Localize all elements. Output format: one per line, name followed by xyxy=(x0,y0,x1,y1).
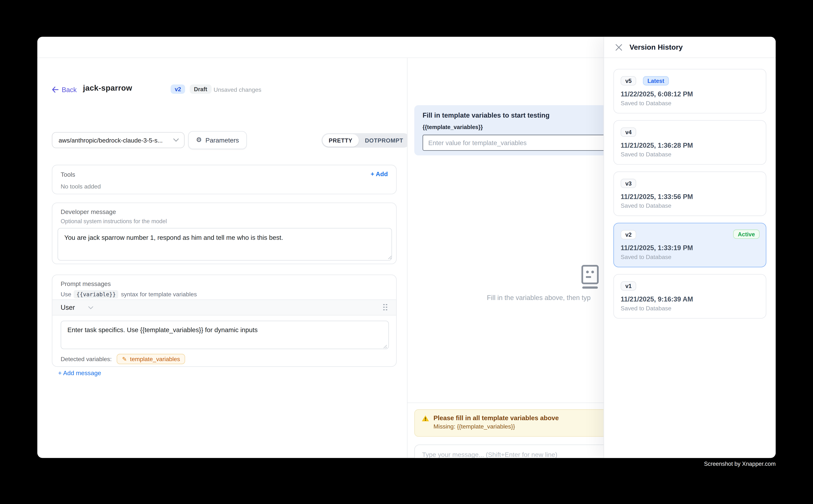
prompt-message-textarea[interactable]: Enter task specifics. Use {{template_var… xyxy=(61,321,389,349)
tools-empty-text: No tools added xyxy=(61,183,388,190)
version-status: Saved to Database xyxy=(621,305,759,311)
empty-state-text: Fill in the variables above, then typ xyxy=(487,294,591,301)
model-selector[interactable]: aws/anthropic/bedrock-claude-3-5-s... xyxy=(52,132,184,148)
version-card-v2-active[interactable]: v2 Active 11/21/2025, 1:33:19 PM Saved t… xyxy=(614,223,766,267)
resize-handle-icon[interactable] xyxy=(383,344,387,349)
detected-variables-label: Detected variables: xyxy=(61,356,112,362)
prompt-messages-card: Prompt messages Use {{variable}} syntax … xyxy=(52,275,397,367)
resize-handle-icon[interactable] xyxy=(387,255,392,260)
model-selector-value: aws/anthropic/bedrock-claude-3-5-s... xyxy=(59,136,162,144)
version-status: Saved to Database xyxy=(621,151,759,157)
detected-variables-row: Detected variables: ✎ template_variables xyxy=(61,354,185,364)
toggle-dotprompt[interactable]: DOTPROMPT xyxy=(359,134,409,147)
version-timestamp: 11/21/2025, 1:36:28 PM xyxy=(621,141,759,149)
tools-title: Tools xyxy=(61,171,388,178)
version-card-v4[interactable]: v4 11/21/2025, 1:36:28 PM Saved to Datab… xyxy=(614,120,766,165)
version-status: Saved to Database xyxy=(621,203,759,209)
warning-title: Please fill in all template variables ab… xyxy=(433,414,559,422)
active-badge: Active xyxy=(733,229,760,239)
page-title: jack-sparrow xyxy=(83,83,132,92)
close-icon[interactable] xyxy=(615,43,623,51)
developer-message-subtitle: Optional system instructions for the mod… xyxy=(61,218,388,224)
hint-suffix: syntax for template variables xyxy=(121,291,197,297)
xnapper-watermark: Screenshot by Xnapper.com xyxy=(649,461,776,467)
hint-prefix: Use xyxy=(61,291,71,297)
message-role-row: User xyxy=(52,299,396,316)
template-syntax-hint: Use {{variable}} syntax for template var… xyxy=(61,290,388,298)
parameters-label: Parameters xyxy=(206,136,239,144)
add-message-button[interactable]: + Add message xyxy=(58,369,101,377)
warning-triangle-icon xyxy=(421,415,429,421)
version-card-v3[interactable]: v3 11/21/2025, 1:33:56 PM Saved to Datab… xyxy=(614,172,766,216)
back-button[interactable]: Back xyxy=(52,86,77,93)
role-select[interactable]: User xyxy=(61,304,93,311)
version-timestamp: 11/21/2025, 9:16:39 AM xyxy=(621,295,759,303)
version-label: v1 xyxy=(621,281,637,291)
version-history-title: Version History xyxy=(630,43,683,51)
version-badge: v2 xyxy=(170,84,185,94)
prompt-messages-title: Prompt messages xyxy=(61,280,388,287)
robot-icon xyxy=(579,265,601,290)
view-mode-toggle: PRETTY DOTPROMPT xyxy=(322,133,411,148)
parameters-button[interactable]: ⚙ Parameters xyxy=(188,131,247,149)
chevron-down-icon xyxy=(88,306,93,309)
tools-card: Tools + Add No tools added xyxy=(52,165,397,194)
version-label: v5 xyxy=(621,76,637,85)
back-label: Back xyxy=(62,86,77,93)
app-window: Back jack-sparrow v2 Draft Unsaved chang… xyxy=(37,37,776,458)
version-status: Saved to Database xyxy=(621,254,759,260)
detected-variable-chip[interactable]: ✎ template_variables xyxy=(117,354,185,364)
developer-message-title: Developer message xyxy=(61,208,388,215)
latest-badge: Latest xyxy=(643,76,669,85)
back-arrow-icon xyxy=(52,87,59,93)
add-tool-button[interactable]: + Add xyxy=(371,170,388,178)
stage: Back jack-sparrow v2 Draft Unsaved chang… xyxy=(0,0,813,504)
version-label: v3 xyxy=(621,179,637,188)
version-history-panel: Version History v5 Latest 11/22/2025, 6:… xyxy=(603,37,776,458)
gear-icon: ⚙ xyxy=(196,137,202,143)
drag-handle-icon[interactable] xyxy=(383,304,388,311)
version-status: Saved to Database xyxy=(621,100,759,106)
unsaved-changes-label: Unsaved changes xyxy=(214,87,261,93)
version-card-v1[interactable]: v1 11/21/2025, 9:16:39 AM Saved to Datab… xyxy=(614,274,766,318)
toggle-pretty[interactable]: PRETTY xyxy=(322,134,359,147)
version-label: v4 xyxy=(621,127,637,137)
developer-message-card: Developer message Optional system instru… xyxy=(52,203,397,264)
version-card-v5[interactable]: v5 Latest 11/22/2025, 6:08:12 PM Saved t… xyxy=(614,69,766,113)
version-history-header: Version History xyxy=(604,37,776,58)
pencil-icon: ✎ xyxy=(122,356,127,362)
version-label: v2 xyxy=(621,230,637,239)
chevron-down-icon xyxy=(173,138,179,142)
version-timestamp: 11/21/2025, 1:33:19 PM xyxy=(621,244,759,252)
prompt-editor-column: Back jack-sparrow v2 Draft Unsaved chang… xyxy=(37,58,408,458)
draft-badge: Draft xyxy=(190,84,212,94)
version-timestamp: 11/21/2025, 1:33:56 PM xyxy=(621,193,759,200)
developer-message-textarea[interactable]: You are jack sparrow number 1, respond a… xyxy=(57,228,392,261)
detected-variable-name: template_variables xyxy=(130,356,180,362)
version-timestamp: 11/22/2025, 6:08:12 PM xyxy=(621,90,759,98)
editor-header-row: Back xyxy=(52,84,77,95)
variable-code-chip: {{variable}} xyxy=(74,290,118,298)
role-select-value: User xyxy=(61,304,75,311)
